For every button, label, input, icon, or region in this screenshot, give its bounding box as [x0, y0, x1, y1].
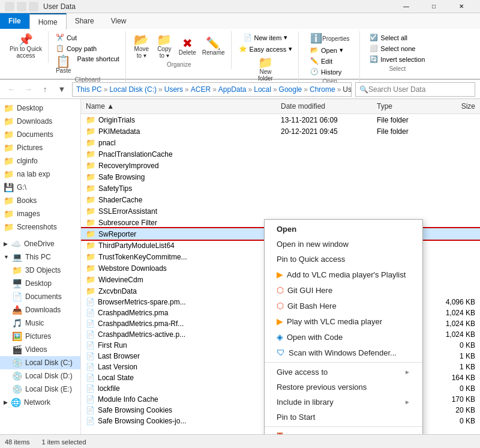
ctx-give-access[interactable]: Give access to ►	[265, 365, 422, 380]
file-date: 13-11-2021 06:09	[276, 115, 372, 125]
up-button[interactable]: ↑	[38, 83, 52, 96]
breadcrumb-acer[interactable]: ACER	[191, 85, 211, 94]
breadcrumb-this-pc[interactable]: This PC	[76, 85, 102, 94]
folder-icon: 📁	[86, 264, 95, 273]
minimize-button[interactable]: ―	[392, 0, 420, 13]
select-none-button[interactable]: ⬜ Select none	[367, 43, 418, 53]
sidebar-item-3d-objects[interactable]: 📁 3D Objects	[0, 264, 80, 277]
new-item-button[interactable]: 📄 New item ▾	[241, 32, 290, 43]
sidebar-item-local-disk-c[interactable]: 💿 Local Disk (C:)	[0, 356, 80, 369]
ctx-vlc-play[interactable]: ▶Play with VLC media player	[265, 313, 422, 329]
ctx-open-new-window[interactable]: Open in new window	[265, 237, 422, 252]
ctx-pin-start[interactable]: Pin to Start	[265, 410, 422, 425]
sidebar-item-desktop2[interactable]: 🖥️ Desktop	[0, 277, 80, 290]
ctx-add-archive[interactable]: 🗜Add to archive...	[265, 429, 422, 434]
sidebar-item-music[interactable]: 🎵 Music	[0, 316, 80, 330]
sidebar-item-this-pc[interactable]: ▼ 💻 This PC	[0, 250, 80, 264]
ctx-pin-quick-access[interactable]: Pin to Quick access	[265, 252, 422, 267]
copy-path-button[interactable]: 📋 Copy path	[53, 43, 99, 53]
col-size[interactable]: Size	[432, 101, 480, 112]
sidebar-item-pictures2[interactable]: 🖼️ Pictures	[0, 330, 80, 343]
sidebar-item-documents2[interactable]: 📄 Documents	[0, 290, 80, 303]
search-bar[interactable]: 🔍	[355, 82, 475, 97]
defender-icon: 🛡	[277, 348, 285, 357]
table-row[interactable]: 📁Safe Browsing	[81, 171, 480, 183]
forward-button[interactable]: →	[22, 83, 35, 96]
sidebar-item-screenshots[interactable]: 📁 Screenshots	[0, 220, 80, 234]
table-row[interactable]: 📁PnaclTranslationCache	[81, 148, 480, 160]
ctx-include-library[interactable]: Include in library ►	[265, 395, 422, 410]
col-date[interactable]: Date modified	[276, 101, 372, 112]
recent-button[interactable]: ▼	[55, 83, 68, 96]
sidebar-item-onedrive[interactable]: ▶ ☁️ OneDrive	[0, 237, 80, 250]
invert-selection-button[interactable]: 🔄 Invert selection	[367, 54, 427, 64]
tab-file[interactable]: File	[0, 13, 29, 29]
file-name: 📄Local State	[81, 373, 276, 383]
ctx-vscode[interactable]: ◈Open with Code	[265, 329, 422, 345]
paste-shortcut-button[interactable]: Paste shortcut	[75, 54, 122, 64]
edit-button[interactable]: ✏️ Edit	[308, 56, 335, 66]
sidebar-item-g-drive[interactable]: 💾 G:\	[0, 181, 80, 194]
sidebar-item-downloads[interactable]: 📁 Downloads	[0, 115, 80, 128]
breadcrumb-google[interactable]: Google	[279, 85, 302, 94]
new-items: 📄 New item ▾ ⭐ Easy access ▾ 📁 Newfolder	[236, 32, 295, 83]
table-row[interactable]: 📁SafetyTips	[81, 183, 480, 194]
file-icon: 📄	[86, 395, 95, 404]
col-type[interactable]: Type	[372, 101, 432, 112]
breadcrumb-users[interactable]: Users	[164, 85, 183, 94]
sidebar-item-network[interactable]: ▶ 🌐 Network	[0, 396, 80, 409]
close-button[interactable]: ✕	[448, 0, 475, 13]
pin-to-quick-access-button[interactable]: 📌 Pin to Quickaccess	[7, 32, 44, 60]
col-name[interactable]: Name ▲	[81, 101, 276, 112]
easy-access-icon: ⭐	[239, 45, 247, 53]
sidebar-item-documents[interactable]: 📁 Documents	[0, 128, 80, 141]
ctx-git-gui[interactable]: ⬡Git GUI Here	[265, 282, 422, 298]
pin-quick-access-btn[interactable]: 📌 Pin to Quickaccess	[7, 32, 44, 60]
sidebar-item-clginfo[interactable]: 📁 clginfo	[0, 154, 80, 168]
search-input[interactable]	[368, 85, 471, 94]
delete-button[interactable]: ✖ Delete	[176, 36, 199, 57]
move-to-button[interactable]: 📂 Moveto ▾	[131, 32, 152, 60]
sidebar-item-books[interactable]: 📁 Books	[0, 194, 80, 207]
table-row[interactable]: 📁PKIMetadata 20-12-2021 09:45 File folde…	[81, 126, 480, 137]
maximize-button[interactable]: □	[420, 0, 448, 13]
sidebar-item-pictures[interactable]: 📁 Pictures	[0, 141, 80, 154]
sidebar-item-downloads2[interactable]: 📥 Downloads	[0, 303, 80, 316]
tab-home[interactable]: Home	[29, 13, 67, 29]
breadcrumb-local-disk[interactable]: Local Disk (C:)	[109, 85, 157, 94]
paste-button[interactable]: 📋 Paste	[53, 54, 74, 75]
table-row[interactable]: 📁pnacl	[81, 137, 480, 148]
sidebar-item-nalabexp[interactable]: 📁 na lab exp	[0, 168, 80, 181]
table-row[interactable]: 📁SSLErrorAssistant	[81, 205, 480, 217]
open-ribbon-button[interactable]: 📂 Open ▾	[308, 45, 346, 55]
new-folder-button[interactable]: 📁 Newfolder	[254, 55, 276, 83]
easy-access-button[interactable]: ⭐ Easy access ▾	[236, 44, 295, 54]
sidebar-item-local-disk-e[interactable]: 💿 Local Disk (E:)	[0, 383, 80, 396]
rename-button[interactable]: ✏️ Rename	[200, 36, 227, 57]
back-button[interactable]: ←	[5, 83, 18, 96]
sidebar-item-images[interactable]: 📁 images	[0, 207, 80, 220]
breadcrumb-appdata[interactable]: AppData	[218, 85, 247, 94]
sidebar-item-local-disk-d[interactable]: 💿 Local Disk (D:)	[0, 369, 80, 383]
ctx-defender[interactable]: 🛡Scan with Windows Defender...	[265, 345, 422, 360]
copy-to-button[interactable]: 📁 Copyto ▾	[154, 32, 175, 60]
select-all-button[interactable]: ☑️ Select all	[367, 32, 410, 43]
tab-share[interactable]: Share	[67, 13, 103, 29]
breadcrumb-local[interactable]: Local	[254, 85, 271, 94]
ctx-restore-versions[interactable]: Restore previous versions	[265, 380, 422, 395]
history-button[interactable]: 🕐 History	[308, 67, 344, 77]
ctx-add-vlc-playlist[interactable]: ▶Add to VLC media player's Playlist	[265, 267, 422, 282]
table-row[interactable]: 📁RecoveryImproved	[81, 160, 480, 171]
tab-view[interactable]: View	[103, 13, 135, 29]
properties-button[interactable]: ℹ️ Properties	[308, 32, 352, 44]
breadcrumb-bar[interactable]: This PC » Local Disk (C:) » Users » ACER…	[72, 82, 352, 97]
sidebar-item-desktop[interactable]: 📁 Desktop	[0, 101, 80, 115]
sidebar-item-videos[interactable]: 🎬 Videos	[0, 343, 80, 356]
table-row[interactable]: 📁ShaderCache	[81, 194, 480, 205]
ctx-open[interactable]: Open	[265, 222, 422, 237]
cut-button[interactable]: ✂️ Cut	[53, 32, 79, 43]
ctx-git-bash[interactable]: ⬡Git Bash Here	[265, 298, 422, 313]
breadcrumb-chrome[interactable]: Chrome	[310, 85, 335, 94]
table-row[interactable]: 📁OriginTrials 13-11-2021 06:09 File fold…	[81, 114, 480, 126]
file-name: 📁ThirdPartyModuleList64	[81, 240, 276, 250]
